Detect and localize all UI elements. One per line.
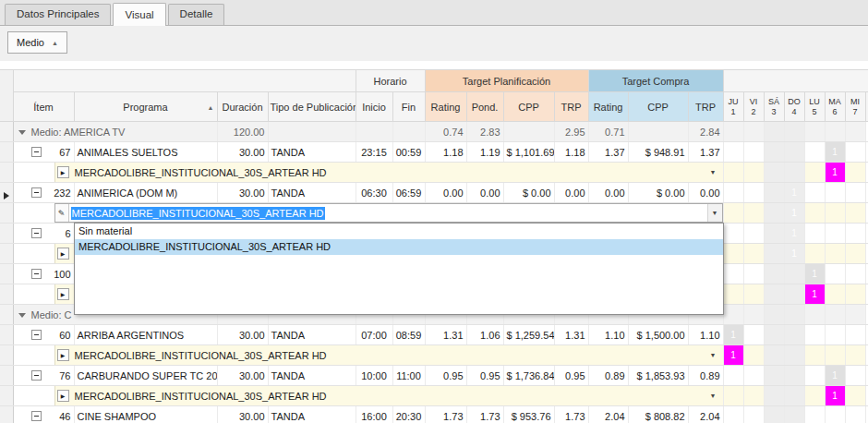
programa-cell[interactable]: CARBURANDO SUPER TC 2000 (74, 366, 217, 386)
material-editor-cell[interactable]: ✎MERCADOLIBRE_INSTITUCIONAL_30S_ARTEAR H… (13, 203, 723, 224)
plan-trp-cell[interactable]: 0.00 (554, 183, 588, 203)
duracion-cell[interactable]: 30.00 (217, 406, 268, 423)
day-cell-ju1[interactable] (723, 284, 743, 305)
compra-rating-cell[interactable]: 0.89 (588, 366, 628, 386)
day-cell-mi7[interactable] (845, 142, 865, 163)
compra-cpp-cell[interactable]: $ 948.91 (628, 142, 688, 163)
day-cell-do4[interactable] (784, 325, 804, 345)
day-cell-ma6[interactable] (825, 406, 845, 423)
day-cell-vi2[interactable] (743, 406, 764, 423)
day-cell-vi2[interactable] (743, 203, 764, 224)
day-cell-sa3[interactable] (764, 406, 784, 423)
day-cell-sa3[interactable] (764, 386, 784, 406)
day-cell-lu5[interactable] (804, 163, 825, 183)
compra-cpp-cell[interactable]: $ 0.00 (628, 183, 688, 203)
day-cell-do4[interactable] (784, 163, 804, 183)
material-cell[interactable]: MERCADOLIBRE_INSTITUCIONAL_30S_ARTEAR HD… (13, 386, 723, 406)
day-cell-ma6[interactable] (825, 224, 845, 244)
item-cell[interactable]: 100 (13, 264, 74, 284)
day-cell-vi2[interactable] (743, 142, 764, 163)
col-header-compra-trp[interactable]: TRP (688, 92, 723, 122)
expand-material-icon[interactable] (57, 166, 69, 178)
day-cell-sa3[interactable] (764, 142, 784, 163)
material-cell[interactable]: MERCADOLIBRE_INSTITUCIONAL_30S_ARTEAR HD… (13, 163, 723, 183)
day-cell-do4[interactable]: 1 (784, 224, 804, 244)
inicio-cell[interactable]: 06:30 (356, 183, 392, 203)
collapse-row-icon[interactable] (31, 147, 42, 157)
tab-detalle[interactable]: Detalle (168, 4, 225, 25)
fin-cell[interactable]: 08:59 (392, 325, 425, 345)
day-cell-sa3[interactable] (764, 264, 784, 284)
plan-trp-cell[interactable]: 1.18 (554, 142, 588, 163)
day-cell-vi2[interactable] (743, 305, 764, 325)
day-cell-ma6[interactable]: 1 (825, 163, 845, 183)
col-header-day-lu5[interactable]: LU5 (804, 92, 825, 122)
plan-trp-cell[interactable]: 0.95 (554, 366, 588, 386)
expand-material-icon[interactable] (57, 390, 69, 402)
col-header-day-ju1[interactable]: JU1 (723, 92, 743, 122)
item-cell[interactable]: 232 (13, 183, 74, 203)
day-cell-mi7[interactable] (845, 284, 865, 305)
day-cell-do4[interactable]: 1 (784, 183, 804, 203)
day-cell-ju1[interactable]: 1 (723, 345, 743, 366)
col-header-fin[interactable]: Fin (392, 92, 425, 122)
plan-rating-cell[interactable]: 1.73 (425, 406, 466, 423)
day-cell-mi7[interactable] (845, 163, 865, 183)
day-cell-ju1[interactable] (723, 244, 743, 264)
group-expand-icon[interactable] (18, 130, 26, 135)
day-cell-ju1[interactable] (723, 203, 743, 224)
day-cell-ju1[interactable] (723, 224, 743, 244)
programa-cell[interactable]: ARRIBA ARGENTINOS (74, 325, 217, 345)
dropdown-arrow-icon[interactable]: ▼ (710, 169, 717, 175)
expand-material-icon[interactable] (57, 349, 69, 361)
expand-material-icon[interactable] (57, 288, 69, 300)
compra-trp-cell[interactable]: 0.89 (688, 366, 723, 386)
inicio-cell[interactable]: 16:00 (356, 406, 392, 423)
col-header-compra-rating[interactable]: Rating (588, 92, 628, 122)
day-cell-lu5[interactable] (804, 345, 825, 366)
day-cell-vi2[interactable] (743, 224, 764, 244)
programa-cell[interactable]: CINE SHAMPOO (74, 406, 217, 423)
day-cell-ju1[interactable] (723, 122, 743, 142)
compra-trp-cell[interactable]: 1.10 (688, 325, 723, 345)
day-cell-mi7[interactable] (845, 183, 865, 203)
material-dropdown[interactable]: MERCADOLIBRE_INSTITUCIONAL_30S_ARTEAR HD… (54, 345, 723, 365)
tipo-cell[interactable]: TANDA (268, 142, 356, 163)
compra-rating-cell[interactable]: 0.00 (588, 183, 628, 203)
plan-pond-cell[interactable]: 1.73 (466, 406, 503, 423)
duracion-cell[interactable]: 30.00 (217, 325, 268, 345)
plan-cpp-cell[interactable]: $ 1,736.84 (503, 366, 554, 386)
col-header-day-sa3[interactable]: SÁ3 (764, 92, 784, 122)
material-editor-input[interactable]: MERCADOLIBRE_INSTITUCIONAL_30S_ARTEAR HD (69, 204, 707, 222)
day-cell-mi7[interactable] (845, 244, 865, 264)
plan-pond-cell[interactable]: 1.06 (466, 325, 503, 345)
day-cell-mi7[interactable] (845, 203, 865, 224)
duracion-cell[interactable]: 30.00 (217, 366, 268, 386)
day-cell-mi7[interactable] (845, 224, 865, 244)
day-cell-ma6[interactable] (825, 305, 845, 325)
day-cell-do4[interactable]: 1 (784, 244, 804, 264)
plan-pond-cell[interactable]: 0.00 (466, 183, 503, 203)
duracion-cell[interactable]: 30.00 (217, 183, 268, 203)
day-cell-do4[interactable] (784, 406, 804, 423)
item-cell[interactable]: 76 (13, 366, 74, 386)
plan-pond-cell[interactable]: 1.19 (466, 142, 503, 163)
col-header-plan-cpp[interactable]: CPP (503, 92, 554, 122)
day-cell-vi2[interactable] (743, 122, 764, 142)
inicio-cell[interactable]: 07:00 (356, 325, 392, 345)
dropdown-arrow-icon[interactable]: ▼ (710, 393, 717, 399)
collapse-row-icon[interactable] (31, 269, 42, 279)
day-cell-lu5[interactable] (804, 122, 825, 142)
compra-trp-cell[interactable]: 1.37 (688, 142, 723, 163)
day-cell-vi2[interactable] (743, 183, 764, 203)
col-header-duracion[interactable]: Duración (217, 92, 268, 122)
fin-cell[interactable]: 06:59 (392, 183, 425, 203)
day-cell-ju1[interactable] (723, 163, 743, 183)
programa-cell[interactable]: ANIMERICA (DOM M) (74, 183, 217, 203)
group-expand-icon[interactable] (18, 313, 26, 318)
day-cell-sa3[interactable] (764, 366, 784, 386)
item-cell[interactable]: 60 (13, 325, 74, 345)
col-header-day-ma6[interactable]: MA6 (825, 92, 845, 122)
day-cell-sa3[interactable] (764, 284, 784, 305)
day-cell-do4[interactable] (784, 142, 804, 163)
